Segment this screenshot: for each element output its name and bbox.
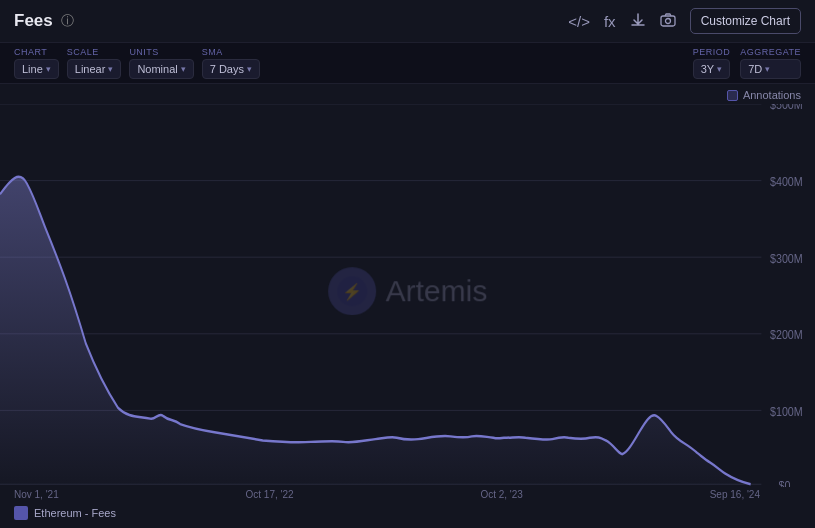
axis-bottom: Nov 1, '21 Oct 17, '22 Oct 2, '23 Sep 16… [0, 487, 815, 500]
aggregate-select[interactable]: 7D ▾ [740, 59, 801, 79]
download-icon[interactable] [630, 12, 646, 31]
annotations-checkbox[interactable] [727, 90, 738, 101]
svg-text:$400M: $400M [770, 174, 803, 190]
annotations-toggle[interactable]: Annotations [727, 89, 801, 101]
chart-select[interactable]: Line ▾ [14, 59, 59, 79]
annotations-row: Annotations [0, 84, 815, 104]
chart-label: CHART [14, 47, 59, 57]
chart-selector-group: CHART Line ▾ [14, 47, 59, 79]
scale-chevron: ▾ [108, 64, 113, 74]
annotations-label: Annotations [743, 89, 801, 101]
units-select[interactable]: Nominal ▾ [129, 59, 193, 79]
period-select[interactable]: 3Y ▾ [693, 59, 731, 79]
camera-icon[interactable] [660, 12, 676, 31]
legend-color-ethereum [14, 506, 28, 520]
sma-selector-group: SMA 7 Days ▾ [202, 47, 260, 79]
sma-chevron: ▾ [247, 64, 252, 74]
chart-area: $500M $400M $300M $200M $100M $0 [0, 104, 815, 487]
header: Fees ⓘ </> fx Customize Chart [0, 0, 815, 42]
period-chevron: ▾ [717, 64, 722, 74]
svg-rect-0 [661, 16, 675, 26]
x-axis-label-4: Sep 16, '24 [710, 489, 760, 500]
svg-text:$500M: $500M [770, 104, 803, 113]
customize-chart-button[interactable]: Customize Chart [690, 8, 801, 34]
info-icon[interactable]: ⓘ [61, 12, 74, 30]
aggregate-chevron: ▾ [765, 64, 770, 74]
legend: Ethereum - Fees [0, 500, 815, 528]
svg-text:$300M: $300M [770, 250, 803, 266]
x-axis-label-3: Oct 2, '23 [480, 489, 523, 500]
svg-text:$200M: $200M [770, 327, 803, 343]
fx-icon[interactable]: fx [604, 13, 616, 30]
x-axis-label-2: Oct 17, '22 [246, 489, 294, 500]
chart-svg: $500M $400M $300M $200M $100M $0 [0, 104, 815, 487]
legend-label-ethereum: Ethereum - Fees [34, 507, 116, 519]
units-selector-group: UNITS Nominal ▾ [129, 47, 193, 79]
page-title: Fees [14, 11, 53, 31]
scale-label: SCALE [67, 47, 122, 57]
period-selector-group: PERIOD 3Y ▾ [693, 47, 731, 79]
units-label: UNITS [129, 47, 193, 57]
x-axis-label-1: Nov 1, '21 [14, 489, 59, 500]
header-actions: </> fx Customize Chart [568, 8, 801, 34]
code-icon[interactable]: </> [568, 13, 590, 30]
svg-text:$100M: $100M [770, 404, 803, 420]
sma-select[interactable]: 7 Days ▾ [202, 59, 260, 79]
svg-text:$0: $0 [779, 477, 791, 487]
aggregate-label: AGGREGATE [740, 47, 801, 57]
sma-label: SMA [202, 47, 260, 57]
page-container: Fees ⓘ </> fx Customize Chart CH [0, 0, 815, 528]
scale-select[interactable]: Linear ▾ [67, 59, 122, 79]
aggregate-selector-group: AGGREGATE 7D ▾ [740, 47, 801, 79]
chart-chevron: ▾ [46, 64, 51, 74]
period-label: PERIOD [693, 47, 731, 57]
toolbar: CHART Line ▾ SCALE Linear ▾ UNITS Nomina… [0, 42, 815, 84]
scale-selector-group: SCALE Linear ▾ [67, 47, 122, 79]
units-chevron: ▾ [181, 64, 186, 74]
header-left: Fees ⓘ [14, 11, 74, 31]
svg-point-1 [665, 18, 670, 23]
